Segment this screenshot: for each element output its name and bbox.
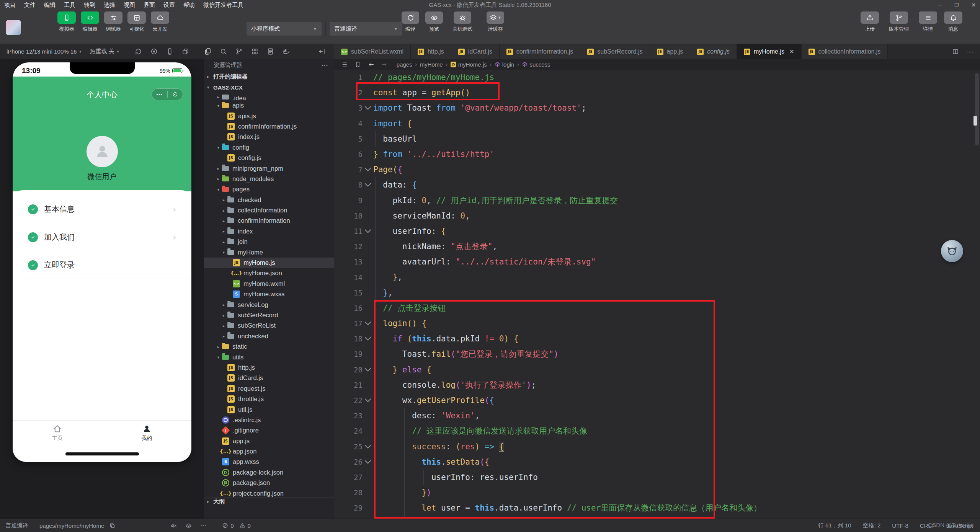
tree-folder-apis[interactable]: ▾apis <box>204 100 334 111</box>
tree-file-.gitignore[interactable]: .gitignore <box>204 425 334 436</box>
copy-icon[interactable] <box>109 523 115 529</box>
windows-icon[interactable] <box>182 48 189 55</box>
fold-arrow-icon[interactable] <box>363 318 373 329</box>
action-button-layers[interactable]: ▼清缓存 <box>481 11 510 33</box>
toolbar-right-upload[interactable]: 上传 <box>860 11 880 33</box>
toolbar-right-branch[interactable]: 版本管理 <box>885 11 913 33</box>
fold-arrow-icon[interactable] <box>363 226 373 237</box>
tree-folder-index[interactable]: ▸index <box>204 226 334 237</box>
hot-reload-toggle[interactable]: 热重载 关 <box>90 48 114 55</box>
tree-file-.eslintrc.js[interactable]: .eslintrc.js <box>204 415 334 425</box>
profile-menu-item[interactable]: 立即登录 <box>13 251 191 279</box>
editor-tab-app.js[interactable]: JSapp.js <box>650 44 691 59</box>
toolbar-button-phone[interactable]: 模拟器 <box>57 11 77 33</box>
tree-file-config.js[interactable]: JSconfig.js <box>204 153 334 163</box>
docker-icon[interactable] <box>283 48 290 55</box>
device-select[interactable]: iPhone 12/13 mini 100% 16 <box>7 48 77 55</box>
nav-back-icon[interactable]: ← <box>369 61 374 68</box>
explorer-section-project[interactable]: ▾GAS2-XCX <box>204 82 334 93</box>
fold-arrow-icon[interactable] <box>363 441 373 452</box>
breadcrumb-item-login[interactable]: login <box>495 61 514 68</box>
toolbar-right-menu[interactable]: 详情 <box>918 11 938 33</box>
fold-arrow-icon[interactable] <box>363 103 373 113</box>
menubar-item[interactable]: 视图 <box>119 0 139 10</box>
tree-file-myHome.json[interactable]: {…}myHome.json <box>204 268 334 278</box>
exit-icon[interactable] <box>168 92 183 96</box>
fold-arrow-icon[interactable] <box>363 395 373 406</box>
tree-folder-pages[interactable]: ▾pages <box>204 184 334 194</box>
breadcrumb-item-success[interactable]: success <box>522 61 550 68</box>
editor-tab-idCard.js[interactable]: JSidCard.js <box>451 44 500 59</box>
menubar-item[interactable]: 微信开发者工具 <box>199 0 248 10</box>
tree-folder-.idea[interactable]: ▸.idea <box>204 95 334 100</box>
grid-icon[interactable] <box>251 48 258 55</box>
eye-icon[interactable] <box>185 522 192 529</box>
fold-arrow-icon[interactable] <box>363 164 373 175</box>
explorer-section-open-editors[interactable]: ▸打开的编辑器 <box>204 71 334 82</box>
tree-folder-collectInformation[interactable]: ▸collectInformation <box>204 205 334 215</box>
menubar-item[interactable]: 选择 <box>100 0 119 10</box>
action-button-refresh[interactable]: 编译 <box>400 11 420 33</box>
tree-file-app.wxss[interactable]: Sapp.wxss <box>204 457 334 467</box>
tree-file-throttle.js[interactable]: JSthrottle.js <box>204 394 334 404</box>
dots-icon[interactable] <box>200 522 207 529</box>
menubar-item[interactable]: 转到 <box>80 0 100 10</box>
tree-file-util.js[interactable]: JSutil.js <box>204 404 334 415</box>
action-button-bug[interactable]: 真机调试 <box>448 11 477 33</box>
branch-icon[interactable] <box>235 48 243 55</box>
tree-file-myHome.js[interactable]: JSmyHome.js <box>204 258 334 268</box>
compile-mode-status[interactable]: 普通编译 <box>5 522 28 529</box>
toolbar-button-layout[interactable]: 可视化 <box>127 11 147 33</box>
tree-folder-confirmInformation[interactable]: ▸confirmInformation <box>204 215 334 226</box>
toolbar-button-cloud[interactable]: 云开发 <box>150 11 170 33</box>
user-avatar[interactable] <box>6 20 21 35</box>
phone-icon[interactable] <box>166 48 173 55</box>
user-avatar-placeholder[interactable] <box>87 136 118 167</box>
tree-folder-node_modules[interactable]: ▸node_modules <box>204 174 334 184</box>
profile-menu-item[interactable]: 基本信息› <box>13 195 191 223</box>
minimize-icon[interactable]: ─ <box>936 2 943 8</box>
tree-folder-utils[interactable]: ▾utils <box>204 352 334 362</box>
editor-tab-subSerRecord.js[interactable]: JSsubSerRecord.js <box>580 44 650 59</box>
fold-arrow-icon[interactable] <box>363 364 373 375</box>
action-button-eye[interactable]: 预览 <box>424 11 444 33</box>
search-icon[interactable] <box>220 48 227 55</box>
menubar-item[interactable]: 界面 <box>139 0 159 10</box>
tree-folder-subSerRecord[interactable]: ▸subSerRecord <box>204 310 334 320</box>
menubar-item[interactable]: 帮助 <box>179 0 199 10</box>
bookmark-icon[interactable] <box>354 61 361 68</box>
nav-forward-icon[interactable]: → <box>381 61 386 68</box>
toolbar-right-bell[interactable]: 消息 <box>943 11 963 33</box>
tree-folder-miniprogram_npm[interactable]: ▸miniprogram_npm <box>204 163 334 173</box>
toolbar-button-sliders[interactable]: 调试器 <box>103 11 123 33</box>
editor-tab-collectionInformation.js[interactable]: JScollectionInformation.js <box>802 44 888 59</box>
tree-folder-join[interactable]: ▸join <box>204 237 334 247</box>
maximize-icon[interactable]: ❐ <box>953 2 960 8</box>
collapse-sidebar-icon[interactable] <box>318 48 325 55</box>
menubar-item[interactable]: 项目 <box>0 0 20 10</box>
more-icon[interactable]: ••• <box>152 92 167 97</box>
tree-folder-checked[interactable]: ▸checked <box>204 195 334 205</box>
close-icon[interactable]: ✕ <box>789 48 794 55</box>
tree-folder-serviceLog[interactable]: ▸serviceLog <box>204 299 334 310</box>
record-icon[interactable] <box>150 48 158 55</box>
floating-debug-ball[interactable] <box>941 240 963 262</box>
tree-file-index.js[interactable]: JSindex.js <box>204 132 334 142</box>
toolbar-button-code[interactable]: 编辑器 <box>80 11 100 33</box>
profile-menu-item[interactable]: 加入我们› <box>13 223 191 251</box>
tree-folder-unchecked[interactable]: ▸unchecked <box>204 331 334 341</box>
editor-tab-http.js[interactable]: JShttp.js <box>411 44 451 59</box>
menubar-item[interactable]: 文件 <box>20 0 40 10</box>
problems-indicator[interactable]: 0 0 <box>222 522 251 529</box>
tree-file-http.js[interactable]: JShttp.js <box>204 362 334 373</box>
outline-list-icon[interactable] <box>341 61 348 68</box>
editor-tab-myHome.js[interactable]: JSmyHome.js✕ <box>737 44 802 59</box>
breadcrumb-item-pages[interactable]: pages <box>397 61 412 68</box>
scrollbar[interactable] <box>975 73 979 145</box>
editor-tab-config.js[interactable]: JSconfig.js <box>690 44 737 59</box>
tree-folder-subSerReList[interactable]: ▸subSerReList <box>204 320 334 331</box>
tree-folder-myHome[interactable]: ▾myHome <box>204 247 334 257</box>
files-icon[interactable] <box>204 48 211 55</box>
breadcrumb-item-myHome[interactable]: myHome <box>420 61 443 68</box>
fold-arrow-icon[interactable] <box>363 457 373 467</box>
